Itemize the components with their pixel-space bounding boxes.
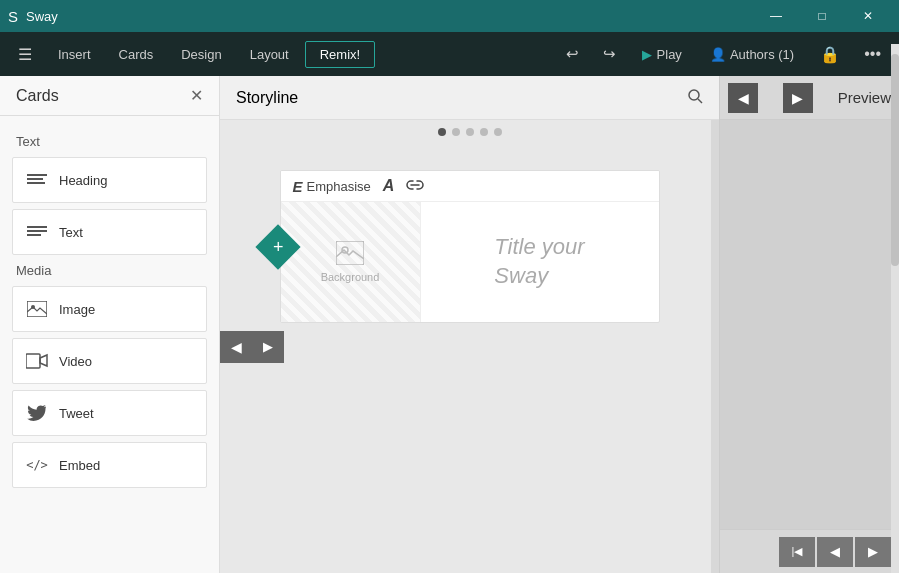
bottom-nav-first-button[interactable]: |◀ <box>779 537 815 567</box>
scroll-right-icon: ▶ <box>263 339 273 354</box>
text-card-item[interactable]: Text <box>12 209 207 255</box>
svg-rect-3 <box>27 226 47 228</box>
share-button[interactable]: 🔒 <box>810 39 850 70</box>
maximize-button[interactable]: □ <box>799 0 845 32</box>
more-button[interactable]: ••• <box>854 39 891 69</box>
canvas-card-toolbar: E Emphasise A <box>281 171 659 202</box>
embed-icon: </> <box>25 453 49 477</box>
pagination-dots <box>438 128 502 136</box>
authors-button[interactable]: 👤 Authors (1) <box>698 41 806 68</box>
tweet-icon <box>25 401 49 425</box>
authors-label: Authors (1) <box>730 47 794 62</box>
preview-header: ◀ ▶ Preview <box>720 76 899 120</box>
sidebar-close-button[interactable]: ✕ <box>190 86 203 105</box>
svg-rect-8 <box>26 354 40 368</box>
italic-icon: A <box>383 177 395 195</box>
link-button[interactable] <box>406 179 424 194</box>
search-button[interactable] <box>687 88 703 108</box>
svg-rect-5 <box>27 234 41 236</box>
title-placeholder-line1: Title your <box>494 234 584 259</box>
svg-rect-2 <box>27 182 45 184</box>
add-icon: + <box>272 237 283 255</box>
canvas-card[interactable]: E Emphasise A <box>280 170 660 323</box>
preview-label: Preview <box>838 89 891 106</box>
hamburger-menu-button[interactable]: ☰ <box>8 39 42 70</box>
scroll-left-icon: ◀ <box>231 339 242 355</box>
sidebar-header: Cards ✕ <box>0 76 219 116</box>
heading-card-item[interactable]: Heading <box>12 157 207 203</box>
close-button[interactable]: ✕ <box>845 0 891 32</box>
title-bar-left: S Sway <box>8 8 58 25</box>
canvas-card-wrapper: + E Emphasise A <box>280 170 660 323</box>
svg-rect-0 <box>27 174 47 176</box>
canvas-scroll-right-button[interactable]: ▶ <box>252 331 284 363</box>
preview-nav-left-button[interactable]: ◀ <box>728 83 758 113</box>
embed-card-item[interactable]: </> Embed <box>12 442 207 488</box>
play-button[interactable]: ▶ Play <box>630 41 694 68</box>
canvas-card-body: Background Title your Sway <box>281 202 659 322</box>
title-placeholder: Title your Sway <box>494 233 584 290</box>
canvas-area: ◀ ▶ + <box>220 120 719 573</box>
storyline-title: Storyline <box>236 89 298 107</box>
emphasise-button[interactable]: E Emphasise <box>293 178 371 195</box>
canvas-scroll-left-button[interactable]: ◀ <box>220 331 252 363</box>
svg-point-9 <box>689 90 699 100</box>
italic-button[interactable]: A <box>383 177 395 195</box>
background-label: Background <box>321 271 380 283</box>
main-layout: Cards ✕ Text Heading Text Media <box>0 76 899 573</box>
image-icon <box>25 297 49 321</box>
menu-bar: ☰ Insert Cards Design Layout Remix! ↩ ↪ … <box>0 32 899 76</box>
storyline-bar: Storyline <box>220 76 719 120</box>
insert-menu-button[interactable]: Insert <box>46 41 103 68</box>
title-bar: S Sway — □ ✕ <box>0 0 899 32</box>
emphasise-label: Emphasise <box>307 179 371 194</box>
canvas-card-background-area[interactable]: Background <box>281 202 421 322</box>
sway-logo-icon: S <box>8 8 18 25</box>
preview-content <box>720 120 899 529</box>
tweet-card-item[interactable]: Tweet <box>12 390 207 436</box>
content-area: Storyline ◀ ▶ <box>220 76 719 573</box>
heading-label: Heading <box>59 173 107 188</box>
text-section-label: Text <box>16 134 207 149</box>
cards-menu-button[interactable]: Cards <box>107 41 166 68</box>
redo-button[interactable]: ↪ <box>593 39 626 69</box>
svg-rect-4 <box>27 230 47 232</box>
text-icon <box>25 220 49 244</box>
text-label: Text <box>59 225 83 240</box>
link-icon <box>406 179 424 194</box>
preview-panel: ◀ ▶ Preview |◀ ◀ ▶ <box>719 76 899 573</box>
minimize-button[interactable]: — <box>753 0 799 32</box>
next-icon: ▶ <box>868 544 878 559</box>
pagination-dot-3 <box>466 128 474 136</box>
image-label: Image <box>59 302 95 317</box>
remix-button[interactable]: Remix! <box>305 41 375 68</box>
title-bar-controls: — □ ✕ <box>753 0 891 32</box>
pagination-dot-4 <box>480 128 488 136</box>
tweet-label: Tweet <box>59 406 94 421</box>
layout-menu-button[interactable]: Layout <box>238 41 301 68</box>
app-title: Sway <box>26 9 58 24</box>
first-icon: |◀ <box>792 545 803 558</box>
bottom-nav-next-button[interactable]: ▶ <box>855 537 891 567</box>
sidebar-scroll-area: Text Heading Text Media Image <box>0 116 219 573</box>
design-menu-button[interactable]: Design <box>169 41 233 68</box>
bottom-nav: |◀ ◀ ▶ <box>720 529 899 573</box>
pagination-dot-2 <box>452 128 460 136</box>
svg-rect-1 <box>27 178 43 180</box>
emphasise-e-icon: E <box>293 178 303 195</box>
video-icon <box>25 349 49 373</box>
undo-button[interactable]: ↩ <box>556 39 589 69</box>
video-card-item[interactable]: Video <box>12 338 207 384</box>
preview-nav-right-button[interactable]: ▶ <box>783 83 813 113</box>
pagination-dot-5 <box>494 128 502 136</box>
image-card-item[interactable]: Image <box>12 286 207 332</box>
bottom-nav-prev-button[interactable]: ◀ <box>817 537 853 567</box>
pagination-dot-1 <box>438 128 446 136</box>
media-section-label: Media <box>16 263 207 278</box>
video-label: Video <box>59 354 92 369</box>
canvas-card-title-area[interactable]: Title your Sway <box>421 202 659 322</box>
embed-label: Embed <box>59 458 100 473</box>
cards-sidebar: Cards ✕ Text Heading Text Media <box>0 76 220 573</box>
play-label: Play <box>657 47 682 62</box>
title-placeholder-line2: Sway <box>494 263 548 288</box>
